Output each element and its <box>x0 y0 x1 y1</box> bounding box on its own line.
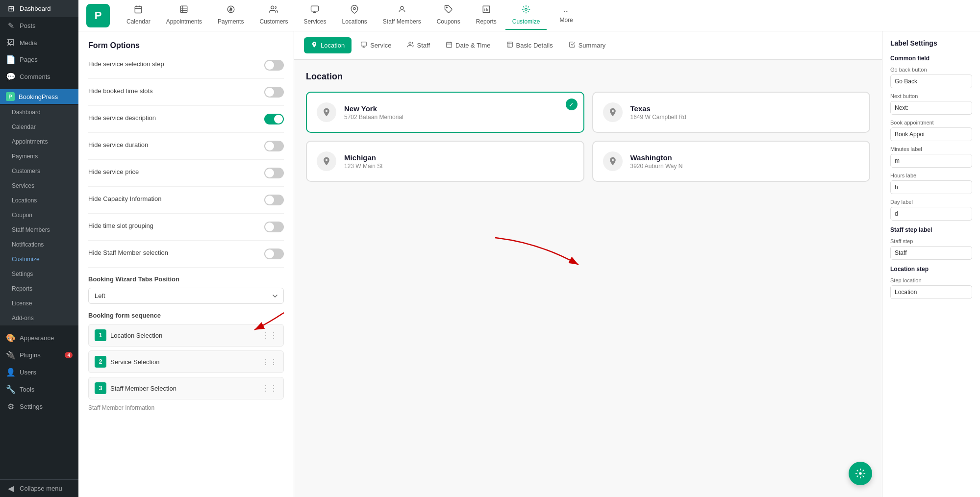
sidebar-item-bp-locations[interactable]: Locations <box>0 193 78 208</box>
nav-item-services[interactable]: Services <box>297 1 333 30</box>
toggle-hide-service-selection-switch[interactable] <box>264 60 284 71</box>
datetime-tab-icon <box>446 41 452 50</box>
sidebar-item-media[interactable]: 🖼 Media <box>0 34 78 51</box>
staff-step-label-title: Staff step label <box>890 226 972 233</box>
services-nav-icon <box>310 5 319 16</box>
staff-step-input[interactable] <box>890 246 972 260</box>
label-hours: Hours label <box>890 173 972 194</box>
nav-item-locations[interactable]: Locations <box>335 1 374 30</box>
seq-label-2: Service Selection <box>110 358 258 366</box>
location-card-wa[interactable]: Washington 3920 Auburn Way N <box>592 141 871 182</box>
nav-more-button[interactable]: ··· More <box>553 4 579 27</box>
location-card-ny[interactable]: New York 5702 Bataan Memorial ✓ <box>306 92 584 133</box>
left-panel: Form Options Hide service selection step… <box>78 31 294 497</box>
customize-nav-icon <box>522 5 530 16</box>
hours-input[interactable] <box>890 180 972 194</box>
nav-item-appointments[interactable]: Appointments <box>159 1 209 30</box>
reports-nav-icon <box>482 5 491 16</box>
toggle-hide-staff-switch[interactable] <box>264 248 284 259</box>
nav-item-customize[interactable]: Customize <box>505 1 547 30</box>
collapse-menu-button[interactable]: ◀ Collapse menu <box>0 480 78 497</box>
sequence-item-3[interactable]: 3 Staff Member Selection ⋮⋮ <box>88 377 284 399</box>
sidebar-item-bp-coupon[interactable]: Coupon <box>0 208 78 223</box>
tab-service[interactable]: Service <box>353 37 398 53</box>
sidebar-item-tools[interactable]: 🔧 Tools <box>0 381 78 398</box>
sidebar-item-bp-customers[interactable]: Customers <box>0 164 78 178</box>
more-dots-icon: ··· <box>564 8 569 15</box>
svg-rect-17 <box>361 42 367 46</box>
sidebar-item-bp-calendar[interactable]: Calendar <box>0 120 78 134</box>
sidebar-item-bp-staff[interactable]: Staff Members <box>0 223 78 237</box>
go-back-input[interactable] <box>890 75 972 88</box>
sequence-item-2[interactable]: 2 Service Selection ⋮⋮ <box>88 350 284 373</box>
sidebar-item-users[interactable]: 👤 Users <box>0 364 78 381</box>
sidebar-item-bp-settings[interactable]: Settings <box>0 267 78 281</box>
seq-drag-3[interactable]: ⋮⋮ <box>262 384 277 393</box>
location-pin-mi <box>317 151 336 171</box>
sidebar-item-bp-payments[interactable]: Payments <box>0 149 78 164</box>
label-day: Day label <box>890 199 972 221</box>
middle-panel: Location Service Staff <box>294 31 882 497</box>
nav-item-calendar[interactable]: Calendar <box>120 1 157 30</box>
toggle-hide-capacity-switch[interactable] <box>264 195 284 205</box>
nav-item-coupons[interactable]: Coupons <box>430 1 467 30</box>
sidebar-item-plugins[interactable]: 🔌 Plugins 4 <box>0 347 78 364</box>
sidebar-item-bp-reports[interactable]: Reports <box>0 281 78 296</box>
sidebar-item-appearance[interactable]: 🎨 Appearance <box>0 329 78 347</box>
seq-drag-2[interactable]: ⋮⋮ <box>262 357 277 367</box>
toggle-hide-service-price-switch[interactable] <box>264 168 284 178</box>
toggle-hide-service-duration-switch[interactable] <box>264 141 284 151</box>
media-icon: 🖼 <box>6 38 16 47</box>
locations-nav-icon <box>350 5 359 16</box>
seq-drag-1[interactable]: ⋮⋮ <box>262 331 277 340</box>
sidebar-item-posts[interactable]: ✎ Posts <box>0 17 78 34</box>
toggle-hide-service-duration: Hide service duration <box>88 141 284 160</box>
tab-summary[interactable]: Summary <box>562 37 613 53</box>
more-form-options: Staff Member Information <box>88 404 284 411</box>
sidebar-item-bp-customize[interactable]: Customize <box>0 252 78 267</box>
book-appointment-input[interactable] <box>890 127 972 141</box>
sidebar-item-bp-dashboard[interactable]: Dashboard <box>0 105 78 120</box>
sidebar-item-dashboard[interactable]: ⊞ Dashboard <box>0 0 78 17</box>
tab-location[interactable]: Location <box>304 37 352 53</box>
toggle-hide-time-slot-switch[interactable] <box>264 222 284 232</box>
sidebar-item-pages[interactable]: 📄 Pages <box>0 51 78 68</box>
location-card-mi[interactable]: Michigan 123 W Main St <box>306 141 584 182</box>
sidebar-item-bp-services[interactable]: Services <box>0 178 78 193</box>
nav-item-staff[interactable]: Staff Members <box>376 1 428 30</box>
sidebar-item-bookingpress[interactable]: P BookingPress <box>0 89 78 104</box>
toggle-hide-booked-slots-switch[interactable] <box>264 87 284 98</box>
sidebar-item-bp-addons[interactable]: Add-ons <box>0 311 78 325</box>
payments-nav-icon <box>226 5 235 16</box>
day-input[interactable] <box>890 207 972 221</box>
toggle-hide-service-selection: Hide service selection step <box>88 60 284 79</box>
location-card-tx[interactable]: Texas 1649 W Campbell Rd <box>592 92 871 133</box>
nav-item-customers[interactable]: Customers <box>252 1 295 30</box>
staff-tab-icon <box>407 41 414 50</box>
location-pin-wa <box>603 151 623 171</box>
fab-button[interactable] <box>849 462 872 485</box>
wizard-tabs: Location Service Staff <box>294 31 882 60</box>
sidebar-item-comments[interactable]: 💬 Comments <box>0 68 78 85</box>
label-go-back: Go back button <box>890 67 972 88</box>
next-input[interactable] <box>890 101 972 115</box>
svg-point-13 <box>446 7 447 8</box>
nav-item-reports[interactable]: Reports <box>469 1 503 30</box>
sidebar-item-settings[interactable]: ⚙ Settings <box>0 398 78 415</box>
tabs-position-select[interactable]: Left Right Top Bottom <box>88 288 284 304</box>
svg-rect-0 <box>135 6 142 13</box>
toggle-hide-service-desc-switch[interactable] <box>264 114 284 124</box>
tab-datetime[interactable]: Date & Time <box>439 37 498 53</box>
sequence-item-1[interactable]: 1 Location Selection ⋮⋮ <box>88 324 284 347</box>
tab-basic-details[interactable]: Basic Details <box>500 37 560 53</box>
tab-staff[interactable]: Staff <box>401 37 437 53</box>
minutes-input[interactable] <box>890 154 972 168</box>
sidebar-item-bp-notifications[interactable]: Notifications <box>0 237 78 252</box>
sidebar-item-bp-appointments[interactable]: Appointments <box>0 134 78 149</box>
location-step-input[interactable] <box>890 285 972 299</box>
sidebar-item-bp-license[interactable]: License <box>0 296 78 311</box>
appearance-icon: 🎨 <box>6 333 16 343</box>
nav-item-payments[interactable]: Payments <box>211 1 251 30</box>
seq-label-1: Location Selection <box>110 332 258 339</box>
location-tab-icon <box>311 41 318 50</box>
